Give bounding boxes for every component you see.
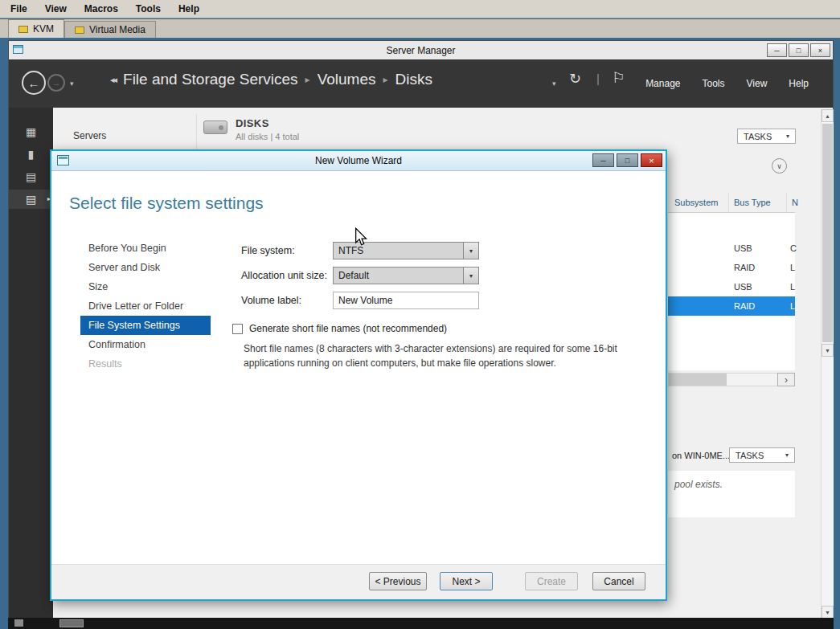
short-names-note: Short file names (8 characters with 3-ch… [244, 341, 628, 370]
kvm-menubar: File View Macros Tools Help [0, 0, 840, 18]
navbar-divider: | [596, 71, 600, 85]
table-row-selected[interactable]: RAID L [668, 296, 795, 316]
all-servers-icon: ▤ [26, 170, 36, 183]
maximize-icon: □ [797, 47, 801, 55]
taskbar-window-thumbnail[interactable] [59, 619, 84, 627]
breadcrumb-item-disks[interactable]: Disks [395, 71, 432, 88]
cancel-button[interactable]: Cancel [592, 572, 645, 590]
notifications-button[interactable]: ⚐ [612, 69, 625, 87]
flag-icon: ⚐ [612, 70, 625, 86]
vertical-scrollbar[interactable]: ▲ ▼ ▼ [821, 109, 834, 619]
step-size[interactable]: Size [80, 277, 211, 296]
scroll-down-button[interactable]: ▼ [822, 606, 834, 619]
wizard-title: New Volume Wizard [51, 155, 666, 166]
menu-view-sm[interactable]: View [747, 78, 768, 89]
taskbar-start-icon[interactable] [14, 619, 23, 627]
minimize-icon: ─ [600, 157, 605, 165]
breadcrumb-item-volumes[interactable]: Volumes [318, 71, 376, 88]
back-button[interactable]: ← [22, 71, 46, 95]
collapse-chevron-icon: ∨ [776, 162, 782, 170]
allocation-unit-label: Allocation unit size: [241, 270, 327, 281]
menu-help-sm[interactable]: Help [789, 78, 809, 89]
menu-tools[interactable]: Tools [136, 3, 161, 14]
table-row[interactable]: USB C [668, 239, 795, 258]
panel-collapse-button[interactable]: ∨ [772, 158, 787, 174]
tab-virtual-media[interactable]: Virtual Media [64, 21, 156, 38]
storage-panel-body [668, 471, 795, 517]
scroll-right-icon: › [785, 374, 788, 386]
server-manager-titlebar[interactable]: Server Manager ─ □ × [9, 41, 833, 59]
cancel-button-label: Cancel [604, 576, 633, 587]
vertical-scrollbar-thumb[interactable] [822, 124, 833, 342]
create-button[interactable]: Create [525, 572, 578, 590]
breadcrumb-separator-icon: ▸ [305, 74, 310, 85]
refresh-button[interactable]: ↻ [569, 70, 581, 88]
table-row[interactable]: USB L [668, 277, 795, 296]
step-drive-letter[interactable]: Drive Letter or Folder [80, 296, 211, 316]
cell-extra: L [790, 282, 795, 292]
virtual-media-tab-icon [75, 27, 84, 34]
volume-label-label: Volume label: [241, 295, 301, 306]
column-header-subsystem[interactable]: Subsystem [674, 198, 718, 207]
step-file-system-settings[interactable]: File System Settings [80, 316, 211, 335]
column-header-n[interactable]: N [792, 198, 798, 207]
column-header-bus-type[interactable]: Bus Type [734, 198, 771, 207]
pane-divider [196, 114, 197, 153]
maximize-button[interactable]: □ [789, 43, 809, 57]
wizard-window-controls: ─ □ × [592, 153, 662, 167]
minimize-button[interactable]: ─ [767, 43, 787, 57]
step-confirmation[interactable]: Confirmation [80, 335, 211, 354]
breadcrumb-item-services[interactable]: File and Storage Services [123, 71, 298, 88]
tab-kvm[interactable]: KVM [8, 19, 64, 38]
forward-button[interactable]: → [47, 74, 65, 92]
menu-tools-sm[interactable]: Tools [703, 78, 725, 89]
horizontal-scrollbar-thumb[interactable] [669, 374, 727, 386]
table-row[interactable]: RAID L [668, 258, 795, 277]
cell-bus-type: USB [734, 243, 752, 253]
dropdown-arrow-button[interactable]: ▾ [463, 243, 478, 259]
disks-tasks-label: TASKS [744, 132, 772, 141]
wizard-maximize-button[interactable]: □ [617, 153, 638, 167]
disks-tasks-dropdown[interactable]: TASKS ▾ [737, 129, 796, 144]
allocation-unit-select[interactable]: Default ▾ [333, 267, 479, 284]
wizard-close-button[interactable]: × [641, 153, 662, 167]
sidebar-item-local-server[interactable]: ▮ [9, 148, 53, 161]
volume-label-input[interactable]: New Volume [333, 292, 479, 309]
history-dropdown[interactable]: ▾ [70, 80, 74, 88]
next-button[interactable]: Next > [440, 572, 493, 590]
minimize-icon: ─ [774, 47, 779, 55]
remote-taskbar[interactable] [8, 618, 834, 629]
close-button[interactable]: × [810, 43, 830, 57]
step-server-and-disk[interactable]: Server and Disk [80, 258, 211, 277]
nav-pane-item-servers[interactable]: Servers [73, 130, 106, 141]
storage-tasks-dropdown[interactable]: TASKS ▾ [729, 447, 795, 463]
chevron-down-icon: ▾ [469, 247, 473, 255]
sidebar-item-file-storage[interactable]: ▤ ▸ [9, 190, 53, 209]
step-before-you-begin[interactable]: Before You Begin [80, 239, 211, 258]
menu-view[interactable]: View [45, 3, 67, 14]
previous-button[interactable]: < Previous [369, 572, 427, 590]
chevron-down-icon: ▾ [70, 80, 74, 88]
breadcrumb-collapse-icon[interactable]: ◂◂ [110, 75, 116, 85]
sidebar-item-all-servers[interactable]: ▤ [9, 170, 53, 183]
wizard-page-heading: Select file system settings [69, 194, 264, 213]
chevron-down-icon: ▾ [469, 272, 473, 280]
dropdown-arrow-button[interactable]: ▾ [463, 268, 478, 284]
menu-help[interactable]: Help [178, 3, 199, 14]
short-names-checkbox[interactable] [232, 324, 243, 334]
scroll-down-icon: ▼ [825, 610, 830, 615]
mouse-cursor [354, 227, 367, 247]
wizard-minimize-button[interactable]: ─ [592, 153, 614, 167]
scroll-up-button[interactable]: ▲ [822, 109, 834, 122]
pane-scroll-down-button[interactable]: ▼ [822, 344, 834, 357]
wizard-titlebar[interactable]: New Volume Wizard ─ □ × [51, 151, 666, 171]
menu-file[interactable]: File [10, 3, 27, 14]
scroll-right-button[interactable]: › [777, 373, 795, 386]
cell-bus-type: RAID [734, 301, 755, 311]
menu-manage[interactable]: Manage [645, 78, 680, 89]
local-server-icon: ▮ [28, 148, 35, 161]
menu-macros[interactable]: Macros [84, 3, 118, 14]
breadcrumb-dropdown[interactable]: ▾ [552, 80, 556, 88]
cell-bus-type: USB [734, 282, 752, 292]
sidebar-item-dashboard[interactable]: ▦ [9, 125, 53, 138]
